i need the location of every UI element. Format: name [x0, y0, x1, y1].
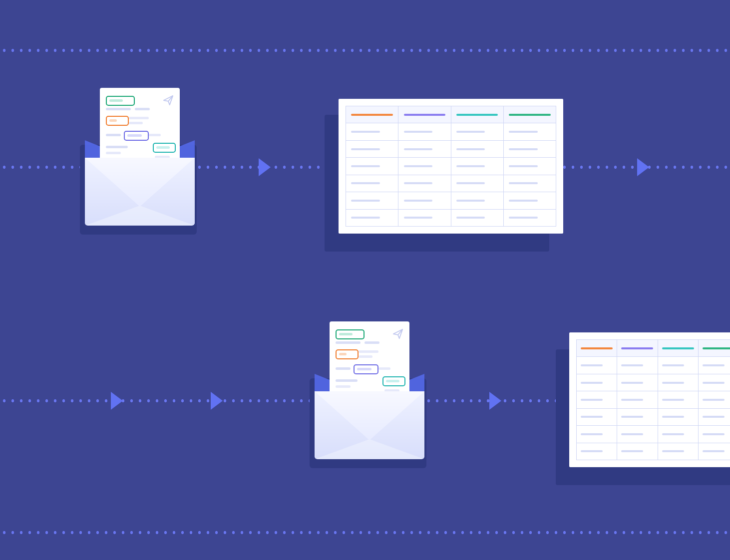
spreadsheet-icon — [339, 99, 563, 234]
flow-arrow-icon — [489, 392, 501, 410]
spreadsheet-icon — [569, 332, 730, 467]
paper-plane-icon — [392, 328, 403, 339]
workflow-diagram — [0, 0, 730, 560]
flow-arrow-icon — [211, 392, 223, 410]
flow-arrow-icon — [111, 392, 123, 410]
flow-arrow-icon — [259, 158, 271, 176]
dotted-line — [0, 531, 730, 534]
email-envelope-icon — [315, 321, 424, 461]
email-envelope-icon — [85, 88, 195, 228]
paper-plane-icon — [163, 95, 174, 106]
dotted-line — [0, 49, 730, 52]
flow-arrow-icon — [637, 158, 649, 176]
